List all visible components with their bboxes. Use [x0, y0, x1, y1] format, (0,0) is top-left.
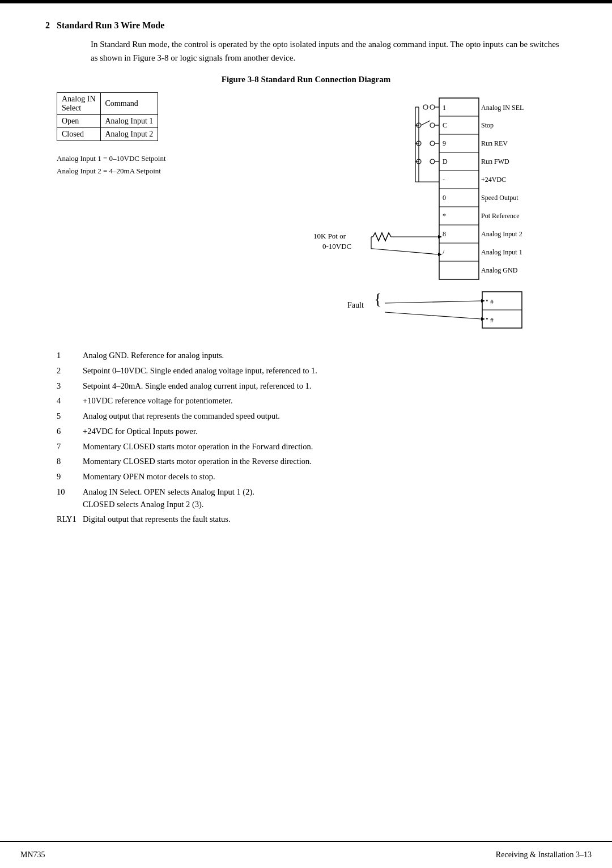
list-num-9: 9: [57, 471, 83, 483]
svg-point-11: [430, 105, 435, 109]
terminal-label-agnd: Analog GND: [481, 266, 518, 274]
list-text-9: Momentary OPEN motor decels to stop.: [83, 471, 567, 483]
table-cell-open: Open: [57, 115, 101, 128]
svg-point-18: [430, 159, 435, 164]
list-item-6: 6 +24VDC for Optical Inputs power.: [57, 426, 567, 438]
terminal-label-potref: Pot Reference: [481, 212, 520, 220]
list-num-3: 3: [57, 380, 83, 393]
list-num-6: 6: [57, 426, 83, 438]
table-header-col2: Command: [100, 93, 158, 115]
list-num-8: 8: [57, 456, 83, 468]
table-cell-closed: Closed: [57, 128, 101, 141]
list-text-7: Momentary CLOSED starts motor operation …: [83, 441, 567, 453]
section-title-text: Standard Run 3 Wire Mode: [57, 20, 164, 30]
list-item-4: 4 +10VDC reference voltage for potentiom…: [57, 395, 567, 407]
list-num-10: 10: [57, 486, 83, 511]
terminal-label-runrev: Run REV: [481, 139, 508, 147]
terminal-label-speedout: Speed Output: [481, 194, 518, 202]
terminal-label-24vdc: +24VDC: [481, 176, 506, 184]
rly-label: RLY1: [57, 513, 83, 526]
list-num-2: 2: [57, 365, 83, 377]
list-item-8: 8 Momentary CLOSED starts motor operatio…: [57, 456, 567, 468]
term-num-star: *: [443, 212, 446, 220]
table-row: Closed Analog Input 2: [57, 128, 158, 141]
terminal-label-stop: Stop: [481, 121, 494, 129]
resistor-symbol: [373, 233, 391, 241]
term-num-d: D: [443, 158, 448, 165]
term-num-8: 8: [443, 230, 446, 238]
list-num-1: 1: [57, 350, 83, 362]
main-content: 2 Standard Run 3 Wire Mode In Standard R…: [0, 3, 612, 574]
term-num-1: 1: [443, 104, 446, 112]
list-text-3: Setpoint 4–20mA. Single ended analog cur…: [83, 380, 567, 393]
fault-term-1: " #: [486, 298, 494, 306]
table-header-row: Analog INSelect Command: [57, 93, 158, 115]
top-border: [0, 0, 612, 3]
intro-text: In Standard Run mode, the control is ope…: [91, 37, 567, 65]
figure-title: Figure 3-8 Standard Run Connection Diagr…: [45, 75, 567, 84]
list-text-5: Analog output that represents the comman…: [83, 410, 567, 423]
term-num-minus: -: [443, 176, 445, 184]
terminal-label-1: Analog IN SEL: [481, 104, 524, 112]
list-num-5: 5: [57, 410, 83, 423]
svg-line-34: [373, 249, 438, 254]
svg-point-10: [423, 105, 428, 109]
svg-line-14: [421, 121, 430, 125]
list-item-rly1: RLY1 Digital output that represents the …: [57, 513, 567, 526]
list-item-1: 1 Analog GND. Reference for analog input…: [57, 350, 567, 362]
footer: MN735 Receiving & Installation 3–13: [0, 841, 612, 868]
connection-diagram-svg: Analog IN SEL Stop Run REV Run FWD +24VD…: [264, 92, 541, 336]
list-text-1: Analog GND. Reference for analog inputs.: [83, 350, 567, 362]
list-num-4: 4: [57, 395, 83, 407]
list-text-4: +10VDC reference voltage for potentiomet…: [83, 395, 567, 407]
footer-left: MN735: [20, 850, 45, 860]
list-item-3: 3 Setpoint 4–20mA. Single ended analog c…: [57, 380, 567, 393]
terminal-label-runfwd: Run FWD: [481, 158, 509, 165]
svg-point-16: [430, 141, 435, 146]
table-header-col1: Analog INSelect: [57, 93, 101, 115]
list-item-10: 10 Analog IN Select. OPEN selects Analog…: [57, 486, 567, 511]
list-text-10: Analog IN Select. OPEN selects Analog In…: [83, 486, 567, 511]
list-text-8: Momentary CLOSED starts motor operation …: [83, 456, 567, 468]
list-text-2: Setpoint 0–10VDC. Single ended analog vo…: [83, 365, 567, 377]
list-num-7: 7: [57, 441, 83, 453]
pot-label-10k: 10K Pot or: [313, 232, 346, 240]
fault-brace: {: [374, 290, 381, 308]
list-text-6: +24VDC for Optical Inputs power.: [83, 426, 567, 438]
section-number: 2: [45, 20, 50, 30]
term-num-0: 0: [443, 194, 446, 202]
numbered-list: 1 Analog GND. Reference for analog input…: [57, 350, 567, 526]
list-item-2: 2 Setpoint 0–10VDC. Single ended analog …: [57, 365, 567, 377]
fault-label: Fault: [347, 301, 364, 309]
analog-note-1: Analog Input 1 = 0–10VDC Setpoint: [57, 152, 249, 165]
term-num-c: C: [443, 121, 447, 129]
analog-note-2: Analog Input 2 = 4–20mA Setpoint: [57, 165, 249, 177]
term-num-9: 9: [443, 139, 446, 147]
list-item-5: 5 Analog output that represents the comm…: [57, 410, 567, 423]
terminal-label-ain2: Analog Input 2: [481, 230, 522, 238]
input-table: Analog INSelect Command Open Analog Inpu…: [57, 92, 158, 141]
left-table-area: Analog INSelect Command Open Analog Inpu…: [57, 92, 249, 336]
footer-right: Receiving & Installation 3–13: [496, 850, 592, 860]
svg-line-40: [385, 312, 481, 319]
diagram-container: Analog INSelect Command Open Analog Inpu…: [57, 92, 555, 336]
terminal-label-ain1: Analog Input 1: [481, 248, 522, 256]
section-title: 2 Standard Run 3 Wire Mode: [45, 20, 567, 31]
table-row: Open Analog Input 1: [57, 115, 158, 128]
svg-point-13: [430, 123, 435, 127]
rly-text: Digital output that represents the fault…: [83, 513, 567, 526]
table-cell-analog1: Analog Input 1: [100, 115, 158, 128]
fault-term-2: " #: [486, 316, 494, 324]
list-item-9: 9 Momentary OPEN motor decels to stop.: [57, 471, 567, 483]
analog-notes: Analog Input 1 = 0–10VDC Setpoint Analog…: [57, 152, 249, 177]
table-cell-analog2: Analog Input 2: [100, 128, 158, 141]
right-diagram: Analog IN SEL Stop Run REV Run FWD +24VD…: [249, 92, 555, 336]
list-item-7: 7 Momentary CLOSED starts motor operatio…: [57, 441, 567, 453]
svg-line-39: [385, 301, 481, 303]
pot-label-0-10vdc: 0-10VDC: [322, 242, 351, 250]
